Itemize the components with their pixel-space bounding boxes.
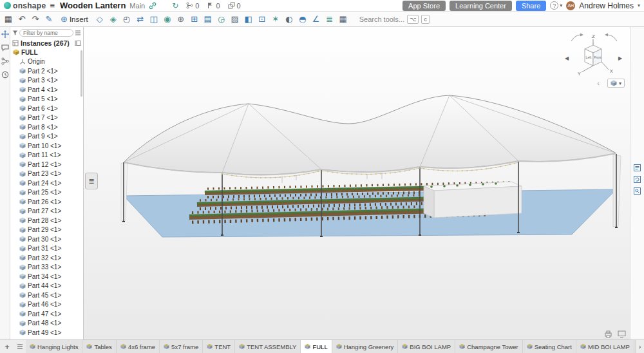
tree-origin[interactable]: Origin bbox=[10, 57, 83, 67]
instance-row[interactable]: Part 24 <1> bbox=[10, 178, 83, 188]
document-tab[interactable]: Champagne Tower bbox=[455, 340, 523, 353]
panel-scrollbar[interactable] bbox=[80, 50, 82, 97]
model-viewport[interactable] bbox=[84, 27, 630, 339]
measure-icon[interactable]: ∠ bbox=[310, 13, 323, 26]
instance-row[interactable]: Part 4 <1> bbox=[10, 85, 83, 95]
document-tab[interactable]: BIG BOI LAMP bbox=[398, 340, 455, 353]
slider-mate-icon[interactable]: ⇄ bbox=[134, 13, 147, 26]
instance-row[interactable]: Part 26 <1> bbox=[10, 197, 83, 207]
branch-counter[interactable]: 0 bbox=[186, 2, 199, 10]
document-tab[interactable]: TENT bbox=[203, 340, 235, 353]
display-states-icon[interactable]: ◐ bbox=[283, 13, 296, 26]
panels-icon[interactable]: ▦ bbox=[2, 13, 15, 26]
document-menu-icon[interactable]: ≡ bbox=[50, 1, 55, 10]
instance-row[interactable]: Part 32 <1> bbox=[10, 253, 83, 263]
instance-row[interactable]: Part 2 <1> bbox=[10, 66, 83, 76]
avatar[interactable]: AH bbox=[566, 1, 575, 10]
replicate-icon[interactable]: ▨ bbox=[229, 13, 242, 26]
flag-counter[interactable]: 0 bbox=[207, 2, 220, 10]
insert-button[interactable]: ⊕ Insert bbox=[56, 13, 93, 26]
document-tab[interactable]: Hanging Lights bbox=[26, 340, 82, 353]
instance-row[interactable]: Part 46 <1> bbox=[10, 300, 83, 310]
instance-row[interactable]: Part 27 <1> bbox=[10, 207, 83, 216]
sync-icon[interactable]: ↻ bbox=[172, 1, 178, 10]
undo-icon[interactable]: ↶ bbox=[15, 13, 28, 26]
workspace-name[interactable]: Main bbox=[129, 2, 145, 10]
instance-row[interactable]: Part 7 <1> bbox=[10, 113, 83, 123]
instance-row[interactable]: Part 30 <1> bbox=[10, 234, 83, 244]
group-icon[interactable]: ⊞ bbox=[188, 13, 201, 26]
move-tool-icon[interactable] bbox=[1, 30, 9, 38]
ball-mate-icon[interactable]: ◉ bbox=[161, 13, 174, 26]
help-menu[interactable]: ? ▾ bbox=[550, 1, 562, 10]
instance-row[interactable]: Part 49 <1> bbox=[10, 328, 83, 338]
learning-center-button[interactable]: Learning Center bbox=[450, 1, 512, 11]
instance-row[interactable]: Part 44 <1> bbox=[10, 281, 83, 291]
instance-row[interactable]: Part 8 <1> bbox=[10, 122, 83, 132]
standard-content-icon[interactable]: ◧ bbox=[242, 13, 255, 26]
document-tab[interactable]: FULL bbox=[301, 340, 332, 353]
revolute-mate-icon[interactable]: ◴ bbox=[120, 13, 133, 26]
graphics-area[interactable]: Z Left Front Y X ◀ ▶ ‹ ▾ ≣ bbox=[84, 27, 630, 339]
exploded-view-icon[interactable]: ✶ bbox=[269, 13, 282, 26]
link-icon[interactable] bbox=[149, 2, 156, 10]
rotate-right-icon[interactable]: ▶ bbox=[618, 55, 623, 61]
document-tab[interactable]: Seating Chart bbox=[523, 340, 576, 353]
comment-icon[interactable] bbox=[1, 44, 9, 52]
view-cube[interactable]: Z Left Front Y X ◀ ▶ bbox=[564, 30, 625, 80]
planar-mate-icon[interactable]: ◫ bbox=[147, 13, 160, 26]
filter-input[interactable] bbox=[19, 29, 73, 37]
instance-row[interactable]: Part 25 <1> bbox=[10, 188, 83, 198]
instance-row[interactable]: Part 3 <1> bbox=[10, 76, 83, 86]
instance-row[interactable]: Part 9 <1> bbox=[10, 132, 83, 142]
history-icon[interactable] bbox=[1, 71, 9, 79]
document-tab[interactable]: 5x7 frame bbox=[160, 340, 203, 353]
instance-row[interactable]: Part 33 <1> bbox=[10, 263, 83, 272]
canvas-widget-handle[interactable]: ≣ bbox=[85, 173, 98, 189]
search-tools[interactable]: Search tools... ⌥ c bbox=[359, 15, 430, 24]
onshape-logo[interactable]: onshape bbox=[4, 1, 46, 10]
instance-row[interactable]: Part 5 <1> bbox=[10, 95, 83, 104]
instance-row[interactable]: Part 48 <1> bbox=[10, 319, 83, 329]
named-views-icon[interactable]: ▦ bbox=[337, 13, 350, 26]
search-panel-icon[interactable] bbox=[633, 187, 641, 195]
mate-connector-icon[interactable]: ⊕ bbox=[175, 13, 187, 26]
fastened-mate-icon[interactable]: ◈ bbox=[107, 13, 120, 26]
instance-row[interactable]: Part 45 <1> bbox=[10, 291, 83, 300]
tab-scroll-right[interactable]: › bbox=[635, 340, 644, 353]
rotate-left-icon[interactable]: ◀ bbox=[565, 55, 569, 61]
sync-panel-icon[interactable] bbox=[633, 175, 641, 184]
view-mode-dropdown[interactable]: ▾ bbox=[607, 79, 625, 88]
mate-icon[interactable]: ◇ bbox=[93, 13, 106, 26]
instance-row[interactable]: Part 34 <1> bbox=[10, 272, 83, 281]
list-options-icon[interactable] bbox=[75, 30, 81, 36]
marker-icon[interactable]: ✎ bbox=[43, 13, 55, 26]
document-tab[interactable]: TENT ASSEMBLY bbox=[235, 340, 301, 353]
package-counter[interactable]: 0 bbox=[228, 2, 241, 10]
instance-row[interactable]: Part 6 <1> bbox=[10, 104, 83, 113]
instance-row[interactable]: Part 28 <1> bbox=[10, 216, 83, 225]
linear-pattern-icon[interactable]: ▤ bbox=[202, 13, 214, 26]
instance-row[interactable]: Part 12 <1> bbox=[10, 160, 83, 169]
print-icon[interactable] bbox=[604, 330, 612, 338]
document-tab[interactable]: Tables bbox=[82, 340, 116, 353]
add-tab-button[interactable]: + bbox=[0, 340, 14, 353]
document-tab[interactable]: 4x6 frame bbox=[117, 340, 160, 353]
collapse-panel-icon[interactable] bbox=[75, 40, 81, 46]
fullscreen-icon[interactable] bbox=[618, 330, 626, 338]
instance-row[interactable]: Part 10 <1> bbox=[10, 141, 83, 151]
document-tab[interactable]: Hanging Greenery bbox=[332, 340, 399, 353]
circular-pattern-icon[interactable]: ◶ bbox=[215, 13, 228, 26]
instance-row[interactable]: Part 31 <1> bbox=[10, 244, 83, 254]
bom-icon[interactable]: ≣ bbox=[323, 13, 336, 26]
snapshot-icon[interactable]: ⊡ bbox=[256, 13, 269, 26]
chevron-left-icon[interactable]: ‹ bbox=[597, 79, 600, 87]
redo-icon[interactable]: ↷ bbox=[29, 13, 42, 26]
instance-row[interactable]: Part 11 <1> bbox=[10, 151, 83, 160]
instance-row[interactable]: Part 29 <1> bbox=[10, 225, 83, 235]
instance-row[interactable]: Part 47 <1> bbox=[10, 309, 83, 319]
document-tab[interactable]: MID BOI LAMP bbox=[576, 340, 634, 353]
filter-funnel-icon[interactable] bbox=[12, 30, 18, 36]
properties-panel-icon[interactable] bbox=[633, 164, 641, 172]
app-store-button[interactable]: App Store bbox=[402, 1, 446, 11]
